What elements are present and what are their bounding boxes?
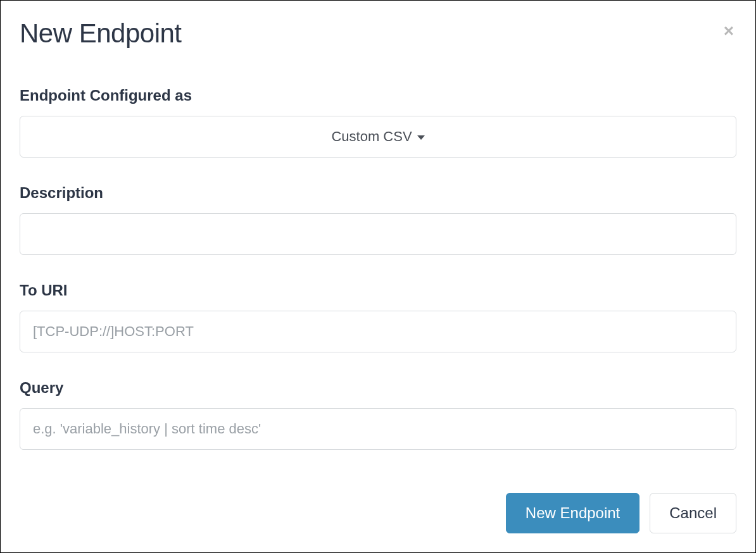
caret-down-icon [417,135,425,140]
cancel-button[interactable]: Cancel [650,493,736,533]
query-group: Query [20,379,736,450]
new-endpoint-button[interactable]: New Endpoint [506,493,639,533]
new-endpoint-modal: New Endpoint × Endpoint Configured as Cu… [0,0,756,553]
description-label: Description [20,184,736,202]
to-uri-label: To URI [20,282,736,299]
modal-header: New Endpoint × [20,18,736,49]
configured-as-group: Endpoint Configured as Custom CSV [20,87,736,158]
description-input[interactable] [20,213,736,255]
modal-footer: New Endpoint Cancel [20,493,736,533]
configured-as-dropdown[interactable]: Custom CSV [20,116,736,158]
close-button[interactable]: × [721,22,736,40]
modal-title: New Endpoint [20,18,182,49]
description-group: Description [20,184,736,255]
to-uri-input[interactable] [20,311,736,352]
configured-as-selected: Custom CSV [331,128,412,145]
configured-as-label: Endpoint Configured as [20,87,736,104]
close-icon: × [724,21,734,40]
query-input[interactable] [20,408,736,450]
query-label: Query [20,379,736,397]
to-uri-group: To URI [20,282,736,352]
